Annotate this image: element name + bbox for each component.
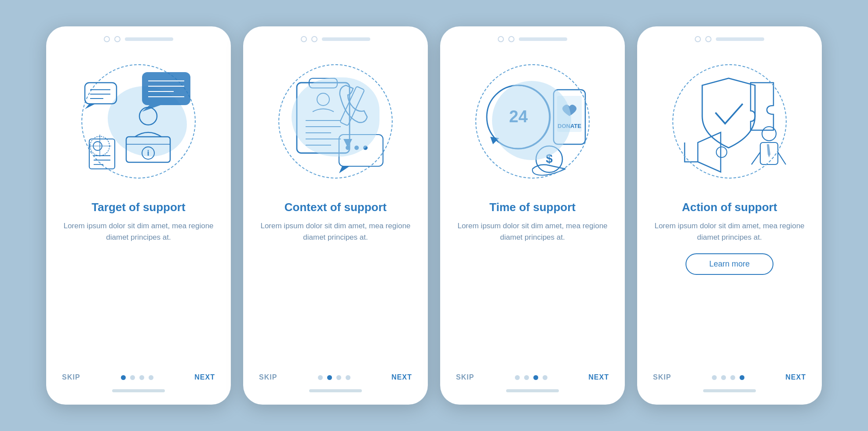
bottom-bar (703, 389, 756, 392)
blue-blob (492, 81, 571, 160)
bottom-bar (506, 389, 559, 392)
top-circle-2 (311, 36, 317, 42)
dot-3 (730, 375, 735, 380)
dot-1 (712, 375, 717, 380)
phone-action: Action of support Lorem ipsum dolor sit … (637, 26, 822, 405)
dashed-circle (672, 64, 787, 179)
learn-more-button[interactable]: Learn more (686, 253, 773, 275)
svg-point-11 (139, 107, 157, 125)
illustration-time: 24 DONATE $ (462, 51, 603, 192)
phone-top-bar (440, 26, 625, 47)
top-circle-2 (705, 36, 711, 42)
bottom-bar (112, 389, 165, 392)
next-button[interactable]: NEXT (785, 373, 806, 381)
dot-3 (336, 375, 341, 380)
svg-line-50 (778, 152, 786, 164)
phone-title: Action of support (682, 201, 777, 214)
bottom-bar (309, 389, 362, 392)
svg-rect-0 (85, 83, 117, 104)
dots-row (515, 375, 547, 380)
dots-row (318, 375, 350, 380)
dot-3 (139, 375, 144, 380)
skip-button[interactable]: SKIP (259, 373, 277, 381)
dot-4 (346, 375, 350, 380)
phones-container: i Target of support Lorem ipsum dolor si… (29, 9, 839, 422)
illustration-target: i (68, 51, 209, 192)
top-circle-1 (301, 36, 307, 42)
skip-button[interactable]: SKIP (62, 373, 80, 381)
dots-row (712, 375, 744, 380)
skip-button[interactable]: SKIP (653, 373, 671, 381)
phone-desc: Lorem ipsum dolor sit dim amet, mea regi… (259, 220, 412, 244)
dot-3 (533, 375, 538, 380)
blue-blob (292, 77, 379, 157)
dot-1 (318, 375, 323, 380)
phone-title: Time of support (489, 201, 576, 214)
target-svg: i (77, 60, 200, 183)
next-button[interactable]: NEXT (194, 373, 215, 381)
top-bar-line (519, 37, 567, 41)
phone-top-bar (46, 26, 231, 47)
top-bar-line (125, 37, 173, 41)
dot-2 (721, 375, 726, 380)
nav-row: SKIP NEXT (243, 373, 428, 383)
phone-time: 24 DONATE $ Time of support Lorem ipsum … (440, 26, 625, 405)
dot-2 (130, 375, 135, 380)
top-circle-1 (104, 36, 110, 42)
illustration-action (659, 51, 800, 192)
illustration-context (265, 51, 406, 192)
dot-2 (524, 375, 529, 380)
nav-row: SKIP NEXT (46, 373, 231, 383)
dot-1 (515, 375, 520, 380)
top-circle-2 (508, 36, 514, 42)
top-circle-1 (695, 36, 701, 42)
top-circle-2 (114, 36, 120, 42)
nav-row: SKIP NEXT (637, 373, 822, 383)
phone-desc: Lorem ipsum dolor sit dim amet, mea regi… (456, 220, 609, 244)
phone-desc: Lorem ipsum dolor sit dim amet, mea regi… (653, 220, 806, 244)
phone-top-bar (243, 26, 428, 47)
phone-target: i Target of support Lorem ipsum dolor si… (46, 26, 231, 405)
phone-title: Target of support (91, 201, 185, 214)
svg-text:i: i (147, 149, 149, 157)
phone-title: Context of support (284, 201, 387, 214)
top-circle-1 (498, 36, 504, 42)
top-bar-line (322, 37, 370, 41)
next-button[interactable]: NEXT (588, 373, 609, 381)
svg-rect-5 (142, 72, 190, 105)
phone-top-bar (637, 26, 822, 47)
dot-4 (740, 375, 744, 380)
dot-1 (121, 375, 126, 380)
phone-desc: Lorem ipsum dolor sit dim amet, mea regi… (62, 220, 215, 244)
nav-row: SKIP NEXT (440, 373, 625, 383)
phone-context: Context of support Lorem ipsum dolor sit… (243, 26, 428, 405)
top-bar-line (716, 37, 764, 41)
svg-marker-4 (85, 104, 95, 109)
dot-4 (149, 375, 153, 380)
dots-row (121, 375, 153, 380)
dot-2 (327, 375, 332, 380)
dot-4 (543, 375, 547, 380)
skip-button[interactable]: SKIP (456, 373, 474, 381)
next-button[interactable]: NEXT (391, 373, 412, 381)
